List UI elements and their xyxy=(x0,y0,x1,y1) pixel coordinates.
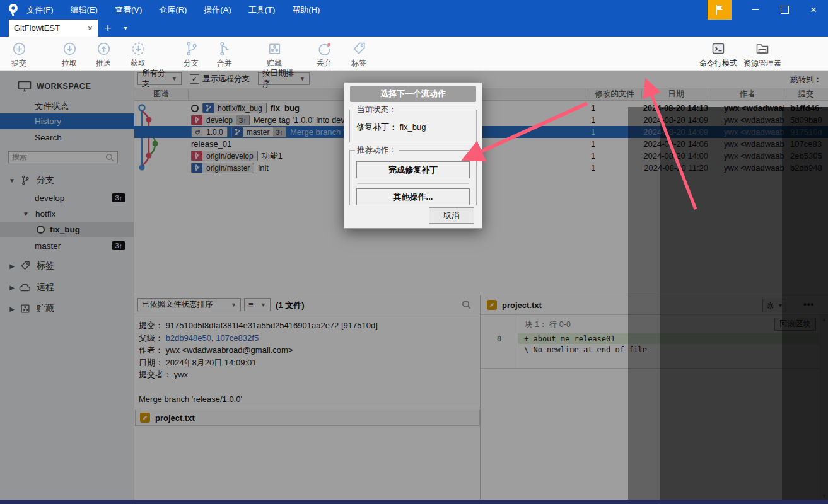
current-state-legend: 当前状态： xyxy=(355,105,399,115)
maximize-icon xyxy=(781,6,789,14)
current-state-group: 当前状态： 修复补丁： fix_bug xyxy=(349,105,477,142)
terminal-icon xyxy=(694,40,742,57)
stash-icon xyxy=(254,40,294,57)
fetch-icon xyxy=(118,40,158,57)
commit-icon xyxy=(0,40,39,57)
menu-tools[interactable]: 工具(T) xyxy=(248,4,276,16)
flag-button[interactable] xyxy=(708,0,732,20)
close-button[interactable]: × xyxy=(800,0,827,20)
other-actions-button[interactable]: 其他操作... xyxy=(356,188,470,205)
suggested-actions-group: 推荐动作： 完成修复补丁 其他操作... xyxy=(349,145,477,205)
menu-actions[interactable]: 操作(A) xyxy=(204,4,231,16)
fetch-button[interactable]: 获取 xyxy=(118,40,158,69)
new-tab-button[interactable]: + xyxy=(100,20,116,37)
explorer-button[interactable]: 资源管理器 xyxy=(738,40,786,69)
merge-icon xyxy=(204,40,245,57)
terminal-button[interactable]: 命令行模式 xyxy=(694,40,742,69)
sourcetree-logo-icon xyxy=(5,2,21,18)
tag-icon xyxy=(339,40,379,57)
menu-edit[interactable]: 编辑(E) xyxy=(71,4,98,16)
dialog-title: 选择下一个流动作 xyxy=(350,86,476,102)
tab-bar: GitFlowtEST × + ▾ xyxy=(0,20,828,37)
current-state-value: 修复补丁： fix_bug xyxy=(356,122,471,133)
gitflow-dialog: 选择下一个流动作 当前状态： 修复补丁： fix_bug 推荐动作： 完成修复补… xyxy=(344,82,482,229)
tab-close-icon[interactable]: × xyxy=(88,23,93,33)
suggested-actions-legend: 推荐动作： xyxy=(355,145,399,156)
tag-button[interactable]: 标签 xyxy=(339,40,379,69)
main-toolbar: 提交 拉取 推送 获取 分支 合并 贮藏 丢弃 xyxy=(0,37,828,71)
close-icon: × xyxy=(810,4,817,16)
menu-view[interactable]: 查看(V) xyxy=(115,4,142,16)
divider xyxy=(357,183,469,184)
commit-button[interactable]: 提交 xyxy=(0,40,39,69)
tab-gitflowtest[interactable]: GitFlowtEST × xyxy=(9,20,98,37)
menu-file[interactable]: 文件(F) xyxy=(26,4,54,16)
sourcetree-window: 文件(F) 编辑(E) 查看(V) 仓库(R) 操作(A) 工具(T) 帮助(H… xyxy=(0,0,828,504)
tab-title: GitFlowtEST xyxy=(14,23,60,33)
minimize-button[interactable] xyxy=(742,0,769,20)
window-bottom-edge xyxy=(0,500,828,504)
folder-icon xyxy=(738,40,786,57)
title-bar: 文件(F) 编辑(E) 查看(V) 仓库(R) 操作(A) 工具(T) 帮助(H… xyxy=(0,0,828,20)
cancel-button[interactable]: 取消 xyxy=(429,207,474,224)
finish-hotfix-button[interactable]: 完成修复补丁 xyxy=(356,161,470,178)
maximize-button[interactable] xyxy=(771,0,798,20)
stash-button[interactable]: 贮藏 xyxy=(254,40,294,69)
flag-icon xyxy=(714,4,725,16)
menu-repository[interactable]: 仓库(R) xyxy=(159,4,187,16)
minimize-icon xyxy=(752,9,759,10)
menu-help[interactable]: 帮助(H) xyxy=(292,4,320,16)
tab-list-caret[interactable]: ▾ xyxy=(119,20,132,37)
merge-button[interactable]: 合并 xyxy=(204,40,245,69)
menu-bar: 文件(F) 编辑(E) 查看(V) 仓库(R) 操作(A) 工具(T) 帮助(H… xyxy=(26,0,320,20)
